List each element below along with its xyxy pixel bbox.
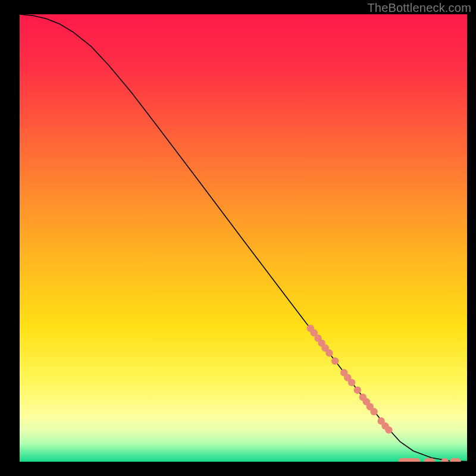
gradient-background bbox=[20, 14, 467, 462]
data-point bbox=[385, 426, 392, 433]
data-point bbox=[370, 408, 377, 415]
data-point bbox=[354, 386, 361, 393]
chart-plot-area bbox=[20, 14, 467, 462]
data-point bbox=[331, 358, 339, 365]
attribution-label: TheBottleneck.com bbox=[367, 1, 471, 15]
data-point bbox=[348, 379, 355, 386]
data-point bbox=[325, 349, 333, 356]
chart-svg bbox=[20, 14, 467, 462]
